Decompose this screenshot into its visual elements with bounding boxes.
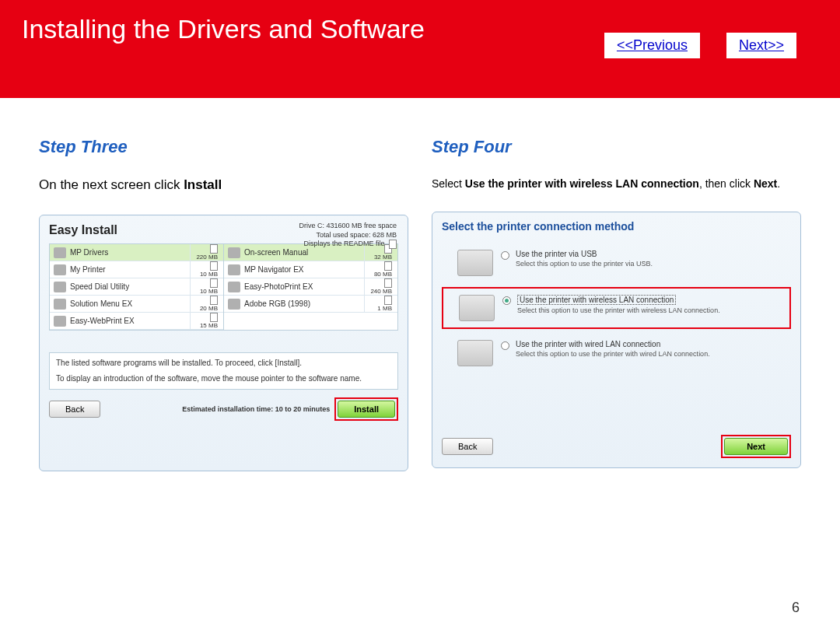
instr-bold1: Use the printer with wireless LAN connec…: [465, 177, 699, 190]
dialog-footer: Back Estimated installation time: 10 to …: [49, 397, 398, 421]
software-icon: [54, 247, 66, 258]
software-size: 10 MB: [190, 278, 219, 295]
previous-link[interactable]: <<Previous: [604, 33, 700, 58]
instr-mid: , then click: [699, 177, 754, 190]
software-size: 80 MB: [364, 261, 394, 278]
easy-install-dialog: Easy Install Drive C: 431600 MB free spa…: [39, 215, 408, 471]
software-name: My Printer: [70, 265, 190, 274]
opt-wired-desc: Select this option to use the printer wi…: [516, 350, 788, 358]
option-wireless-text: Use the printer with wireless LAN connec…: [517, 295, 786, 314]
doc-icon: [210, 313, 218, 322]
instr-end: .: [777, 177, 780, 190]
wireless-icon: [459, 295, 495, 321]
step-three-column: Step Three On the next screen click Inst…: [39, 137, 408, 471]
next-highlight: Next: [721, 435, 791, 458]
software-row[interactable]: Adobe RGB (1998)1 MB: [224, 296, 397, 313]
software-size: 1 MB: [364, 296, 394, 312]
software-icon: [54, 282, 66, 292]
step-three-heading: Step Three: [39, 137, 408, 157]
software-icon: [228, 247, 240, 258]
software-name: Speed Dial Utility: [70, 282, 190, 291]
back-button-right[interactable]: Back: [442, 438, 493, 455]
option-wired-text: Use the printer with wired LAN connectio…: [516, 340, 788, 358]
content: Step Three On the next screen click Inst…: [0, 98, 840, 471]
readme-icon: [389, 240, 397, 249]
software-row[interactable]: Easy-WebPrint EX15 MB: [50, 313, 223, 330]
next-link[interactable]: Next>>: [726, 33, 796, 58]
instruction-bold: Install: [184, 177, 222, 192]
software-name: MP Navigator EX: [244, 265, 364, 274]
usb-icon: [457, 250, 493, 276]
software-size: 240 MB: [364, 278, 394, 295]
software-right-col: On-screen Manual32 MBMP Navigator EX80 M…: [223, 244, 397, 330]
step-four-instruction: Select Use the printer with wireless LAN…: [432, 177, 801, 190]
step-four-heading: Step Four: [432, 137, 801, 157]
software-name: On-screen Manual: [244, 248, 364, 257]
note-line-2: To display an introduction of the softwa…: [56, 373, 391, 384]
opt-usb-label: Use the printer via USB: [516, 250, 788, 258]
software-icon: [54, 264, 66, 275]
next-button[interactable]: Next: [724, 438, 788, 455]
software-size: 10 MB: [190, 261, 219, 278]
software-row[interactable]: Solution Menu EX20 MB: [50, 296, 223, 313]
header: Installing the Drivers and Software <<Pr…: [0, 0, 840, 98]
opt-usb-desc: Select this option to use the printer vi…: [516, 260, 788, 268]
software-name: Solution Menu EX: [70, 299, 190, 308]
software-row[interactable]: Speed Dial Utility10 MB: [50, 278, 223, 296]
doc-icon: [384, 296, 392, 305]
doc-icon: [210, 278, 218, 288]
readme-line: Displays the README file: [299, 240, 397, 249]
software-left-col: MP Drivers220 MBMy Printer10 MBSpeed Dia…: [50, 244, 223, 330]
opt-wired-label: Use the printer with wired LAN connectio…: [516, 340, 788, 348]
page-number: 6: [792, 600, 800, 616]
software-row[interactable]: Easy-PhotoPrint EX240 MB: [224, 278, 397, 296]
connection-dialog: Select the printer connection method Use…: [432, 212, 801, 468]
connection-footer: Back Next: [442, 435, 791, 458]
instruction-text: On the next screen click: [39, 177, 184, 192]
estimate-text: Estimated installation time: 10 to 20 mi…: [182, 405, 330, 413]
software-icon: [228, 299, 240, 310]
back-button[interactable]: Back: [49, 401, 100, 418]
software-list: MP Drivers220 MBMy Printer10 MBSpeed Dia…: [49, 243, 398, 331]
software-name: Easy-WebPrint EX: [70, 317, 190, 325]
doc-icon: [210, 296, 218, 305]
software-size: 20 MB: [190, 296, 219, 312]
note-line-1: The listed software programs will be ins…: [56, 358, 391, 369]
radio-wired[interactable]: [501, 341, 509, 350]
instr-pre: Select: [432, 177, 465, 190]
software-row[interactable]: MP Navigator EX80 MB: [224, 261, 397, 278]
option-usb-text: Use the printer via USB Select this opti…: [516, 250, 788, 268]
software-icon: [54, 316, 66, 327]
option-wireless[interactable]: Use the printer with wireless LAN connec…: [442, 287, 791, 329]
software-icon: [228, 282, 240, 292]
doc-icon: [384, 278, 392, 288]
doc-icon: [210, 244, 218, 254]
option-usb[interactable]: Use the printer via USB Select this opti…: [442, 243, 791, 282]
instr-bold2: Next: [754, 177, 777, 190]
software-size: 15 MB: [190, 313, 219, 329]
opt-wireless-desc: Select this option to use the printer wi…: [517, 306, 786, 314]
software-size: 220 MB: [190, 244, 219, 261]
radio-wireless[interactable]: [502, 296, 511, 305]
connection-dialog-title: Select the printer connection method: [442, 220, 791, 233]
install-highlight: Install: [334, 397, 398, 421]
doc-icon: [384, 261, 392, 271]
doc-icon: [210, 261, 218, 271]
software-name: MP Drivers: [70, 248, 190, 257]
install-note: The listed software programs will be ins…: [49, 352, 398, 390]
software-row[interactable]: My Printer10 MB: [50, 261, 223, 278]
readme-text: Displays the README file: [303, 240, 384, 248]
software-icon: [54, 299, 66, 310]
install-button[interactable]: Install: [338, 401, 395, 418]
opt-wireless-label: Use the printer with wireless LAN connec…: [517, 295, 676, 305]
drive-info: Drive C: 431600 MB free space Total used…: [299, 222, 397, 249]
radio-usb[interactable]: [501, 251, 509, 260]
software-name: Easy-PhotoPrint EX: [244, 282, 364, 291]
step-four-column: Step Four Select Use the printer with wi…: [432, 137, 801, 471]
wired-icon: [457, 340, 493, 366]
software-row[interactable]: MP Drivers220 MB: [50, 244, 223, 261]
software-icon: [228, 264, 240, 275]
option-wired[interactable]: Use the printer with wired LAN connectio…: [442, 334, 791, 373]
software-name: Adobe RGB (1998): [244, 299, 364, 308]
drive-free-space: Drive C: 431600 MB free space: [299, 222, 397, 231]
